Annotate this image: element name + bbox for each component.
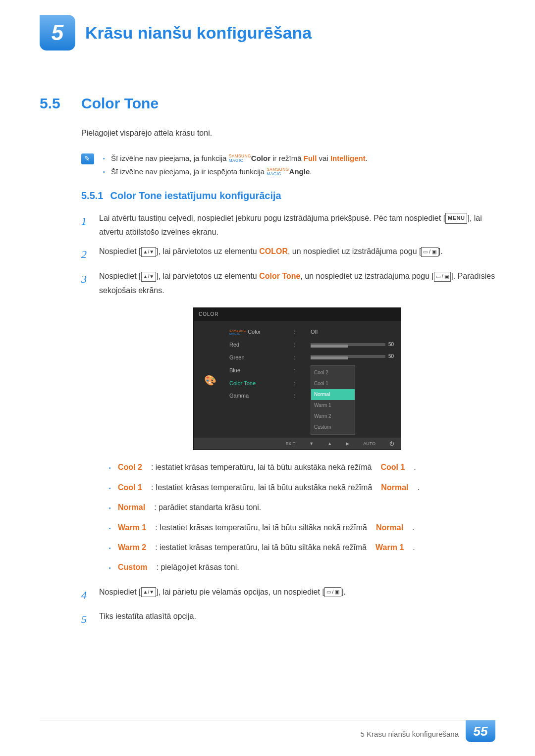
menu-button-label: MENU (445, 213, 467, 224)
chapter-header: 5 Krāsu nianšu konfigurēšana (40, 15, 495, 50)
text: . (414, 460, 416, 475)
section-title: Color Tone (81, 95, 159, 112)
text: . (310, 167, 312, 176)
text: Color (251, 154, 270, 162)
text: Custom (118, 560, 148, 575)
note-icon (81, 153, 94, 164)
text: Normal (376, 520, 403, 535)
enter-icon: ▭ / ▣ (324, 587, 341, 597)
osd-item: SAMSUNGMAGIC Color (229, 326, 284, 339)
text: Warm 1 (118, 520, 146, 535)
section-intro: Pielāgojiet vispārējo attēla krāsu toni. (81, 127, 495, 140)
chapter-title: Krāsu nianšu konfigurēšana (85, 23, 312, 43)
step-number: 5 (81, 609, 90, 629)
step-5: 5 Tiks iestatīta atlasītā opcija. (81, 609, 495, 629)
text: . (366, 154, 368, 162)
dropdown-option-selected: Normal (311, 389, 355, 400)
samsung-magic-icon: SAMSUNGMAGIC (229, 329, 246, 335)
step-3: 3 Nospiediet [▲/▼], lai pārvietotos uz e… (81, 269, 495, 580)
text: Angle (289, 167, 310, 176)
samsung-magic-icon: SAMSUNGMAGIC (229, 154, 251, 163)
text: Full (304, 154, 317, 162)
note-list: Šī izvēlne nav pieejama, ja funkcija SAM… (103, 151, 368, 178)
text: Color Tone (259, 272, 300, 280)
text: Normal (381, 480, 408, 495)
text: Warm 1 (375, 540, 404, 555)
chapter-number-badge: 5 (40, 15, 75, 50)
text: MAGIC (229, 159, 251, 163)
text: MAGIC (229, 332, 246, 335)
text: ], lai pārvietotos uz elementu (156, 272, 259, 280)
enter-icon: ▭ / ▣ (421, 247, 438, 257)
dropdown-option: Warm 1 (311, 400, 355, 411)
text: Color (248, 329, 261, 335)
step-1: 1 Lai atvērtu taustiņu ceļvedi, nospiedi… (81, 211, 495, 240)
osd-value: Off (311, 326, 394, 339)
text: : Iestatiet krāsas temperatūru, lai tā b… (155, 520, 367, 535)
dropdown-option: Custom (311, 422, 355, 433)
step-number: 3 (81, 269, 90, 580)
dropdown-option: Cool 1 (311, 378, 355, 389)
step-body: Nospiediet [▲/▼], lai pārvietotos uz ele… (99, 245, 443, 264)
text: 50 (388, 352, 394, 361)
osd-item: Red (229, 339, 284, 352)
text: Nospiediet [ (99, 588, 141, 596)
osd-item: Blue (229, 364, 284, 377)
osd-menu-items: SAMSUNGMAGIC Color Red Green Blue Color … (229, 326, 284, 435)
osd-nav-power-icon: ⏻ (389, 440, 394, 448)
text: : pielāgojiet krāsas toni. (157, 560, 239, 575)
step-body: Nospiediet [▲/▼], lai pārvietotos uz ele… (99, 269, 495, 580)
osd-navbar: EXIT ▼ ▲ ▶ AUTO ⏻ (194, 438, 401, 450)
text: . (412, 520, 414, 535)
text: , un nospiediet uz izstrādājuma pogu [ (288, 247, 422, 255)
step-4: 4 Nospiediet [▲/▼], lai pārietu pie vēla… (81, 585, 495, 605)
note-item: Šī izvēlne nav pieejama, ja funkcija SAM… (103, 151, 368, 165)
option-descriptions: Cool 2: iestatiet krāsas temperatūru, la… (109, 460, 495, 575)
text: Normal (118, 500, 145, 515)
text: Šī izvēlne nav pieejama, ja ir iespējota… (111, 167, 267, 176)
enter-icon: ▭ / ▣ (434, 272, 451, 282)
text: Lai atvērtu taustiņu ceļvedi, nospiediet… (99, 214, 445, 222)
osd-nav-down-icon: ▼ (309, 440, 314, 448)
text: ir režīmā (270, 154, 304, 162)
step-body: Nospiediet [▲/▼], lai pārietu pie vēlamā… (99, 585, 346, 605)
text: ]. (438, 247, 443, 255)
list-item: Cool 1: Iestatiet krāsas temperatūru, la… (109, 480, 495, 495)
up-down-icon: ▲/▼ (141, 587, 157, 597)
slider (311, 343, 385, 346)
subsection-number: 5.5.1 (81, 190, 103, 202)
up-down-icon: ▲/▼ (141, 272, 157, 282)
list-item: Cool 2: iestatiet krāsas temperatūru, la… (109, 460, 495, 475)
osd-item: Green (229, 352, 284, 364)
page-footer: 5 Krāsu nianšu konfigurēšana 55 (40, 720, 495, 742)
subsection-title: Color Tone iestatījumu konfigurācija (110, 190, 281, 202)
text: Cool 1 (380, 460, 405, 475)
osd-nav-play-icon: ▶ (346, 440, 349, 448)
text: . (413, 540, 415, 555)
slider (311, 355, 385, 358)
list-item: Warm 2: iestatiet krāsas temperatūru, la… (109, 540, 495, 555)
note-item: Šī izvēlne nav pieejama, ja ir iespējota… (103, 165, 368, 178)
osd-nav-up-icon: ▲ (327, 440, 332, 448)
text: Cool 1 (118, 480, 142, 495)
text: ], lai pārvietotos uz elementu (156, 247, 259, 255)
up-down-icon: ▲/▼ (141, 247, 157, 257)
page-number-badge: 55 (466, 720, 495, 742)
text: Šī izvēlne nav pieejama, ja funkcija (111, 154, 229, 162)
list-item: Warm 1: Iestatiet krāsas temperatūru, la… (109, 520, 495, 535)
text: . (417, 480, 419, 495)
osd-item-active: Color Tone (229, 377, 284, 390)
step-2: 2 Nospiediet [▲/▼], lai pārvietotos uz e… (81, 245, 495, 264)
step-number: 1 (81, 211, 90, 240)
osd-separators: :::::: (294, 326, 301, 435)
samsung-magic-icon: SAMSUNGMAGIC (267, 168, 289, 176)
osd-screenshot: COLOR 🎨 SAMSUNGMAGIC Color Red Green Blu… (193, 307, 401, 450)
footer-chapter-ref: 5 Krāsu nianšu konfigurēšana (361, 725, 466, 738)
text: : parādiet standarta krāsu toni. (154, 500, 261, 515)
list-item: Normal: parādiet standarta krāsu toni. (109, 500, 495, 515)
text: : Iestatiet krāsas temperatūru, lai tā b… (151, 480, 372, 495)
osd-slider-row: 50 (311, 339, 394, 351)
osd-title: COLOR (194, 308, 401, 321)
osd-slider-row: 50 (311, 351, 394, 362)
osd-values: Off 50 50 Cool 2 Cool 1 Normal Warm 1 Wa… (311, 326, 394, 435)
